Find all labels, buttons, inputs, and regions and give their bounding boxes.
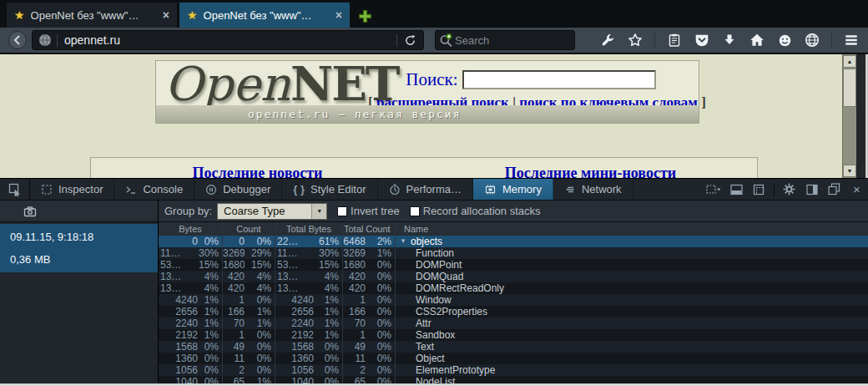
table-row[interactable]: 13… 4% 420 4% 13… 4% 420 0% DOMQuad	[159, 271, 868, 282]
browser-tab-2[interactable]: ★ OpenNet без "www"… ×	[179, 3, 350, 28]
close-icon[interactable]: ×	[845, 179, 868, 201]
cell-bytes: 1568	[159, 341, 198, 353]
bookmark-star-icon[interactable]	[627, 32, 643, 48]
search-bar[interactable]	[435, 30, 575, 50]
wrench-devtools-icon[interactable]	[599, 32, 616, 48]
table-row[interactable]: 2192 1% 1 0% 2192 1% 1 0% Sandbox	[159, 329, 868, 341]
cell-total-count: 1680	[343, 259, 366, 271]
search-icon[interactable]	[439, 33, 453, 48]
column-header-total-bytes[interactable]: Total Bytes	[275, 222, 343, 236]
responsive-mode-icon[interactable]	[748, 179, 770, 201]
page-scrollbar[interactable]: ▲ ▼	[842, 54, 856, 178]
column-header-name[interactable]: Name	[396, 222, 868, 236]
frame-select-icon[interactable]	[703, 179, 725, 201]
cell-total-count: 6468	[343, 236, 366, 247]
toolbar-separator	[654, 32, 655, 48]
webide-globe-icon[interactable]	[804, 32, 820, 48]
devtools-tab-performance[interactable]: Performa…	[378, 179, 473, 200]
downloads-icon[interactable]	[721, 32, 738, 48]
cell-total-bytes-pct: 30%	[314, 247, 343, 259]
cell-count-pct: 4%	[245, 271, 275, 282]
table-row[interactable]: 1056 0% 2 0% 1056 0% 2 0% ElementPrototy…	[159, 364, 868, 376]
cell-bytes-pct: 4%	[198, 271, 223, 282]
scrollbar-up-arrow[interactable]: ▲	[843, 55, 856, 68]
devtools-tab-inspector[interactable]: Inspector	[30, 179, 114, 200]
reload-icon[interactable]	[397, 34, 423, 47]
column-header-count[interactable]: Count	[223, 222, 275, 236]
split-console-icon[interactable]	[725, 179, 748, 201]
memory-table-body: 0 0% 0 0% 22… 61% 6468 2% ▼ objects 11… …	[159, 236, 868, 386]
cell-total-count-pct: 0%	[366, 282, 396, 294]
invert-tree-checkbox[interactable]	[337, 206, 347, 216]
tab-title: OpenNet без "www"…	[204, 9, 330, 22]
cell-bytes: 1360	[159, 353, 198, 364]
row-name: DOMRectReadOnly	[416, 282, 504, 294]
tab-close-icon[interactable]: ×	[163, 9, 169, 21]
devtools-tab-console[interactable]: Console	[114, 179, 194, 200]
twisty-icon[interactable]: ▼	[399, 236, 407, 247]
table-row[interactable]: 1568 0% 49 0% 1568 0% 49 0% Text	[159, 341, 868, 353]
group-by-select[interactable]: Coarse Type ▼	[217, 203, 327, 220]
pocket-icon[interactable]	[694, 32, 710, 48]
site-search-input[interactable]	[462, 70, 656, 89]
url-bar[interactable]: opennet.ru	[32, 30, 424, 50]
cell-total-count: 49	[343, 341, 366, 353]
cell-total-count: 1	[343, 329, 366, 341]
scrollbar-thumb[interactable]	[843, 69, 856, 107]
cell-bytes: 53…	[159, 259, 198, 271]
table-row[interactable]: 0 0% 0 0% 22… 61% 6468 2% ▼ objects	[159, 236, 868, 247]
cell-total-bytes: 11…	[275, 247, 314, 259]
cell-count-pct: 0%	[245, 236, 275, 247]
site-identity-globe-icon[interactable]	[38, 33, 52, 47]
home-icon[interactable]	[749, 32, 765, 48]
browser-window: ★ OpenNet без "www"… × ★ OpenNet без "ww…	[0, 0, 868, 386]
record-allocation-stacks-checkbox[interactable]	[410, 206, 420, 216]
cell-total-bytes-pct: 0%	[314, 341, 343, 353]
back-button[interactable]	[8, 31, 27, 49]
table-row[interactable]: 1360 0% 11 0% 1360 0% 11 0% Object	[159, 353, 868, 364]
tab-title: OpenNet без "www"…	[31, 9, 157, 22]
table-row[interactable]: 4240 1% 1 0% 4240 1% 1 0% Window	[159, 294, 868, 306]
table-row[interactable]: 53… 15% 1680 15% 53… 15% 1680 0% DOMPoin…	[159, 259, 868, 271]
column-header-total-count[interactable]: Total Count	[343, 222, 396, 236]
clipboard-list-icon[interactable]	[666, 32, 683, 48]
column-header-bytes[interactable]: Bytes	[159, 222, 223, 236]
page-content: OpenNET Поиск: [ расширенный поиск | пои…	[0, 54, 868, 178]
new-tab-button[interactable]	[358, 9, 372, 23]
take-snapshot-camera-icon[interactable]	[23, 206, 37, 217]
search-input[interactable]	[453, 34, 574, 47]
browser-tab-1[interactable]: ★ OpenNet без "www"… ×	[7, 3, 177, 28]
table-row[interactable]: 2656 1% 166 1% 2656 1% 166 0% CSS2Proper…	[159, 306, 868, 317]
devtools-tab-style-editor[interactable]: { } Style Editor	[282, 179, 377, 200]
table-header-row: Bytes Count Total Bytes Total Count Name	[159, 222, 868, 236]
cell-count: 0	[223, 236, 245, 247]
cell-total-count-pct: 0%	[366, 341, 396, 353]
devtools-tab-memory[interactable]: Memory	[473, 179, 553, 200]
tab-close-icon[interactable]: ×	[336, 9, 342, 21]
devtools-tab-network[interactable]: Network	[553, 179, 633, 200]
cell-name: DOMPoint	[396, 259, 868, 271]
cell-count: 3269	[223, 247, 245, 259]
row-name: Text	[416, 341, 434, 353]
dock-side-icon[interactable]	[800, 179, 823, 201]
cell-count: 2	[223, 364, 245, 376]
feedback-smiley-icon[interactable]	[776, 32, 793, 48]
popout-window-icon[interactable]	[823, 179, 845, 201]
table-row[interactable]: 13… 4% 420 4% 13… 4% 420 0% DOMRectReadO…	[159, 282, 868, 294]
record-allocation-stacks-label: Record allocation stacks	[423, 205, 541, 217]
element-picker-icon[interactable]	[0, 179, 30, 200]
snapshot-list-item[interactable]: 09.11.15, 9:18:18 0,36 MB	[0, 224, 158, 272]
cell-total-bytes: 1056	[275, 364, 314, 376]
site-search-label: Поиск:	[406, 69, 457, 90]
settings-gear-icon[interactable]	[778, 179, 800, 201]
cell-bytes-pct: 1%	[198, 329, 223, 341]
url-text[interactable]: opennet.ru	[58, 33, 396, 47]
scrollbar-down-arrow[interactable]: ▼	[843, 165, 856, 177]
menu-hamburger-icon[interactable]	[843, 32, 860, 48]
cell-count-pct: 0%	[245, 329, 275, 341]
cell-name: DOMQuad	[396, 271, 868, 282]
table-row[interactable]: 11… 30% 3269 29% 11… 30% 3269 1% Functio…	[159, 247, 868, 259]
table-row[interactable]: 2240 1% 70 1% 2240 1% 70 0% Attr	[159, 317, 868, 329]
row-name: Sandbox	[416, 329, 455, 341]
devtools-tab-debugger[interactable]: Debugger	[194, 179, 282, 200]
